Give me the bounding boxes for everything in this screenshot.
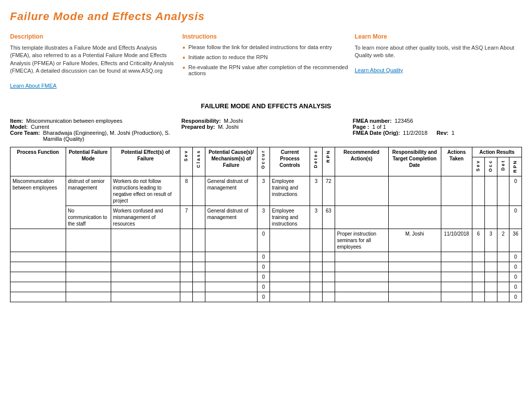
th-rpn: R P N (322, 147, 335, 176)
table-cell (472, 272, 485, 282)
table-cell: 0 (509, 206, 522, 229)
table-cell: 63 (322, 206, 335, 229)
table-cell (111, 252, 180, 262)
table-cell (193, 206, 205, 229)
table-cell (180, 229, 193, 252)
table-cell (335, 262, 388, 272)
page-title: Failure Mode and Effects Analysis (10, 10, 522, 23)
table-cell (497, 272, 509, 282)
table-cell: 8 (180, 176, 193, 206)
th-sev2: S e v (472, 157, 485, 176)
th-failure-mode: Potential Failure Mode (66, 147, 111, 176)
th-action-results: Action Results (472, 147, 522, 157)
table-cell (484, 292, 497, 302)
item-label: Item: (10, 118, 23, 124)
learn-quality-link[interactable]: Learn About Quality (355, 67, 403, 73)
table-cell (335, 282, 388, 292)
table-cell (441, 292, 472, 302)
table-cell: M. Joshi (388, 229, 441, 252)
table-cell (205, 292, 257, 302)
responsibility-label: Responsibility: (181, 118, 221, 124)
th-occ2: O c c (484, 157, 497, 176)
table-cell (193, 272, 205, 282)
table-cell (388, 282, 441, 292)
table-cell (484, 176, 497, 206)
table-cell: 11/10/2018 (441, 229, 472, 252)
th-sev: S e v (180, 147, 193, 176)
table-cell (322, 262, 335, 272)
prepared-value: M. Joshi (218, 124, 238, 130)
table-cell: 0 (509, 176, 522, 206)
prepared-label: Prepared by: (181, 124, 215, 130)
table-cell (111, 272, 180, 282)
model-label: Model: (10, 124, 28, 130)
learn-more-label: Learn More (355, 33, 522, 40)
table-cell (388, 272, 441, 282)
table-cell (270, 292, 310, 302)
table-cell (111, 282, 180, 292)
table-cell: No communication to the staff (66, 206, 111, 229)
table-cell (441, 176, 472, 206)
description-section: Description This template illustrates a … (10, 33, 177, 89)
table-cell: 3 (257, 176, 270, 206)
table-cell: 3 (310, 176, 323, 206)
fmea-date-label: FMEA Date (Orig): (353, 130, 400, 136)
rev-label: Rev: (436, 130, 448, 136)
table-cell (472, 206, 485, 229)
table-cell: 0 (257, 272, 270, 282)
fmea-title: FAILURE MODE AND EFFECTS ANALYSIS (10, 99, 522, 113)
table-cell (472, 262, 485, 272)
learn-fmea-link[interactable]: Learn About FMEA (10, 83, 57, 89)
page-label: Page : (353, 124, 369, 130)
item-value: Miscommunication between employees (26, 118, 122, 124)
table-cell (310, 282, 323, 292)
instructions-list: Please follow the link for detailed inst… (182, 44, 350, 76)
table-cell (270, 262, 310, 272)
table-cell (322, 252, 335, 262)
header-section: Description This template illustrates a … (10, 33, 522, 89)
table-cell: Employee training and instructions (270, 176, 310, 206)
th-det2: D e t (497, 157, 509, 176)
th-rpn2: R P N (509, 157, 522, 176)
th-controls: Current Process Controls (270, 147, 310, 176)
core-team-value: Bharadwaja (Engineering), M. Joshi (Prod… (43, 130, 179, 142)
table-cell (180, 282, 193, 292)
table-row: 00 (11, 262, 522, 272)
table-row: 00 (11, 292, 522, 302)
table-cell (497, 252, 509, 262)
th-process-function: Process Function (11, 147, 66, 176)
table-cell (322, 292, 335, 302)
table-cell (270, 272, 310, 282)
table-cell (205, 262, 257, 272)
table-cell (388, 176, 441, 206)
table-cell (180, 252, 193, 262)
instruction-item-2: Initiate action to reduce the RPN (182, 54, 350, 60)
table-cell (335, 206, 388, 229)
table-cell: 0 (257, 282, 270, 292)
table-cell (484, 272, 497, 282)
instructions-label: Instructions (182, 33, 350, 40)
description-label: Description (10, 33, 177, 40)
table-cell (388, 252, 441, 262)
table-row: 00 (11, 282, 522, 292)
table-cell: distrust of senior management (66, 176, 111, 206)
table-cell (310, 252, 323, 262)
table-cell (180, 292, 193, 302)
table-cell: 72 (322, 176, 335, 206)
table-cell (322, 272, 335, 282)
table-cell: 3 (484, 229, 497, 252)
table-cell: Employee training and instructions (270, 206, 310, 229)
table-cell (335, 272, 388, 282)
table-cell (497, 176, 509, 206)
table-cell (441, 206, 472, 229)
fmea-table: Process Function Potential Failure Mode … (10, 147, 522, 303)
th-effects: Potential Effect(s) of Failure (111, 147, 180, 176)
table-row: 00 (11, 252, 522, 262)
table-cell (441, 262, 472, 272)
instruction-item-3: Re-evaluate the RPN value after completi… (182, 64, 350, 76)
table-cell (193, 282, 205, 292)
table-cell (484, 262, 497, 272)
table-cell: 0 (509, 272, 522, 282)
table-cell (388, 262, 441, 272)
table-cell: 3 (310, 206, 323, 229)
